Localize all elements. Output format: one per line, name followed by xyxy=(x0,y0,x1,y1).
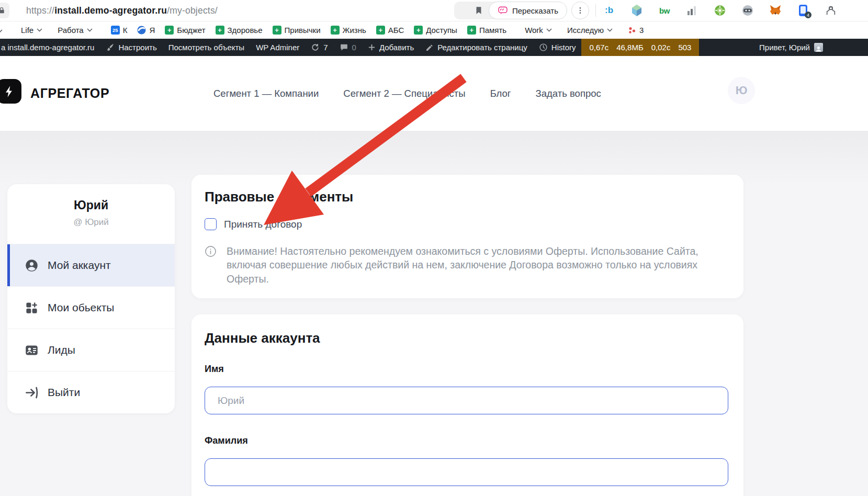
profile-block: Юрий @ Юрий xyxy=(7,184,175,244)
nav-blog[interactable]: Блог xyxy=(490,88,511,99)
bookmark-sheet-zdorovye[interactable]: +Здоровье xyxy=(216,26,263,35)
bookmark-sheet-dostupy[interactable]: +Доступы xyxy=(414,26,457,35)
admin-comments[interactable]: 0 xyxy=(334,39,362,56)
bookmarks-bar: Life Работа 25К Я +Бюджет +Здоровье +При… xyxy=(0,21,868,39)
legal-card-title: Правовые документы xyxy=(205,189,730,205)
gem-icon[interactable] xyxy=(630,4,643,17)
green-flower-icon[interactable] xyxy=(714,4,726,17)
comment-icon xyxy=(340,43,348,52)
summarize-button[interactable]: Пересказать xyxy=(489,2,567,19)
accept-offer-row: Принять договор xyxy=(205,218,730,230)
sheet-icon: + xyxy=(216,26,224,35)
bookmark-dots3[interactable]: 3 xyxy=(628,26,644,35)
admin-account[interactable]: Привет, Юрий xyxy=(759,43,868,52)
url-text[interactable]: https://install.demo-agregator.ru/my-obj… xyxy=(26,0,218,21)
sidebar-item-leads[interactable]: Лиды xyxy=(7,329,175,371)
last-name-label: Фамилия xyxy=(205,435,730,446)
padlock-icon xyxy=(0,6,6,15)
admin-history[interactable]: History xyxy=(533,39,582,56)
summarize-label: Пересказать xyxy=(512,6,558,15)
bw-logo-icon[interactable]: bw xyxy=(658,4,671,17)
id-card-icon xyxy=(25,343,39,357)
admin-greeting: Привет, Юрий xyxy=(759,43,810,52)
bookmark-sheet-budget[interactable]: +Бюджет xyxy=(165,26,205,35)
browser-address-bar: https://install.demo-agregator.ru/my-obj… xyxy=(0,0,868,21)
sidebar-item-my-account[interactable]: Мой аккаунт xyxy=(7,244,175,286)
admin-wp-adminer[interactable]: WP Adminer xyxy=(250,39,305,56)
last-name-input[interactable] xyxy=(205,458,728,486)
kebab-menu-icon xyxy=(576,6,584,15)
fox-icon[interactable] xyxy=(769,4,782,17)
refresh-icon xyxy=(311,43,320,52)
phone-badge-count: 4 xyxy=(805,12,811,18)
qm-time: 0,67с xyxy=(589,43,608,52)
account-card-title: Данные аккаунта xyxy=(205,330,730,346)
first-name-input[interactable] xyxy=(205,387,728,414)
bookmark-sheet-privychki[interactable]: +Привычки xyxy=(273,26,321,35)
bookmark-folder-issleduyu[interactable]: Исследую xyxy=(567,26,613,35)
admin-view-objects[interactable]: Посмотреть объекты xyxy=(163,39,250,56)
qm-query-time: 0,02с xyxy=(651,43,671,52)
admin-site-name[interactable]: а install.demo-agregator.ru xyxy=(0,39,100,56)
admin-customize[interactable]: Настроить xyxy=(100,39,162,56)
sidebar-item-my-objects[interactable]: Мои обьекты xyxy=(7,286,175,329)
plus-icon xyxy=(368,43,376,51)
qm-memory: 46,8МБ xyxy=(616,43,644,52)
main-nav: Сегмент 1 — Компании Сегмент 2 — Специал… xyxy=(213,56,601,131)
site-info-chip[interactable] xyxy=(0,3,9,18)
first-name-label: Имя xyxy=(205,364,730,375)
bookmark-flag-icon xyxy=(474,6,483,15)
bookmark-sheet-zhizn[interactable]: +Жизнь xyxy=(331,26,366,35)
admin-edit-page[interactable]: Редактировать страницу xyxy=(420,39,533,56)
brand-name[interactable]: АГРЕГАТОР xyxy=(30,56,109,131)
objects-grid-icon xyxy=(25,301,39,315)
sheet-icon: + xyxy=(467,26,476,35)
bookmark-sheet-pamyat[interactable]: +Память xyxy=(467,26,506,35)
accept-offer-checkbox[interactable] xyxy=(205,218,217,230)
logout-icon xyxy=(25,386,39,400)
more-menu-button[interactable] xyxy=(571,2,589,19)
three-dots-icon xyxy=(628,26,636,35)
avatar xyxy=(814,43,823,52)
bookmark-folder-work[interactable]: Work xyxy=(525,26,552,35)
url-path: /my-objects/ xyxy=(167,5,218,16)
account-sidebar: Юрий @ Юрий Мой аккаунт Мои обьекты Лиды… xyxy=(7,184,175,413)
sheet-icon: + xyxy=(331,26,340,35)
info-icon xyxy=(205,245,217,257)
bookmark-sheet-abs[interactable]: +АБС xyxy=(376,26,404,35)
profile-handle: @ Юрий xyxy=(7,217,175,228)
bot-face-icon[interactable] xyxy=(741,4,754,17)
phone-badge-icon[interactable]: 4 xyxy=(797,4,809,17)
quote-bubble-icon xyxy=(498,5,508,16)
brush-icon xyxy=(106,43,115,52)
nav-ask-question[interactable]: Задать вопрос xyxy=(536,88,601,99)
toolbar-divider xyxy=(595,4,596,17)
bookmark-ya[interactable]: Я xyxy=(137,26,155,35)
clock-icon xyxy=(539,43,548,52)
brand-logo[interactable] xyxy=(0,79,21,104)
bar-chart-icon[interactable] xyxy=(686,4,698,17)
legal-documents-card: Правовые документы Принять договор Внима… xyxy=(191,175,743,298)
admin-add-new[interactable]: Добавить xyxy=(362,39,420,56)
bookmark-folder-life[interactable]: Life xyxy=(21,26,42,35)
b-logo-icon[interactable]: :b xyxy=(603,4,615,17)
bookmark-folder-rabota[interactable]: Работа xyxy=(58,26,93,35)
nav-segment2[interactable]: Сегмент 2 — Специалисты xyxy=(343,88,465,99)
chevron-down-icon[interactable] xyxy=(0,26,3,35)
accept-offer-label[interactable]: Принять договор xyxy=(224,219,302,230)
offer-notice: Внимание! Настоятельно рекомендуем ознак… xyxy=(205,244,730,286)
offer-notice-text: Внимание! Настоятельно рекомендуем ознак… xyxy=(227,244,725,286)
chevron-down-icon xyxy=(87,28,93,32)
chevron-down-icon xyxy=(546,28,552,32)
user-avatar[interactable]: Ю xyxy=(728,77,755,104)
profile-name: Юрий xyxy=(7,198,175,212)
account-data-card: Данные аккаунта Имя Фамилия xyxy=(191,314,743,496)
sidebar-item-logout[interactable]: Выйти xyxy=(7,371,175,413)
sheet-icon: + xyxy=(414,26,423,35)
admin-updates[interactable]: 7 xyxy=(305,39,333,56)
profile-outline-icon[interactable] xyxy=(825,4,837,17)
wp-admin-bar: а install.demo-agregator.ru Настроить По… xyxy=(0,39,868,56)
query-monitor-stats[interactable]: 0,67с 46,8МБ 0,02с 503 xyxy=(581,39,699,56)
bookmark-calendar[interactable]: 25К xyxy=(111,26,128,35)
nav-segment1[interactable]: Сегмент 1 — Компании xyxy=(213,88,319,99)
